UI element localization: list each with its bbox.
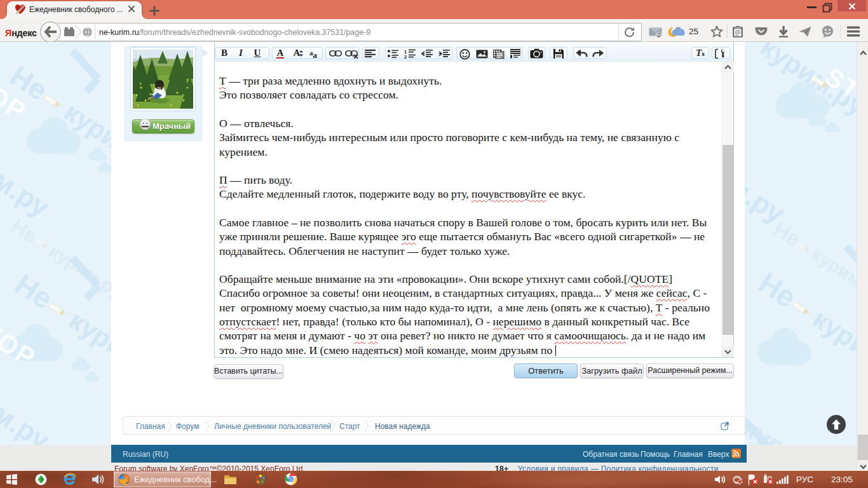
- svg-text:2: 2: [404, 54, 407, 58]
